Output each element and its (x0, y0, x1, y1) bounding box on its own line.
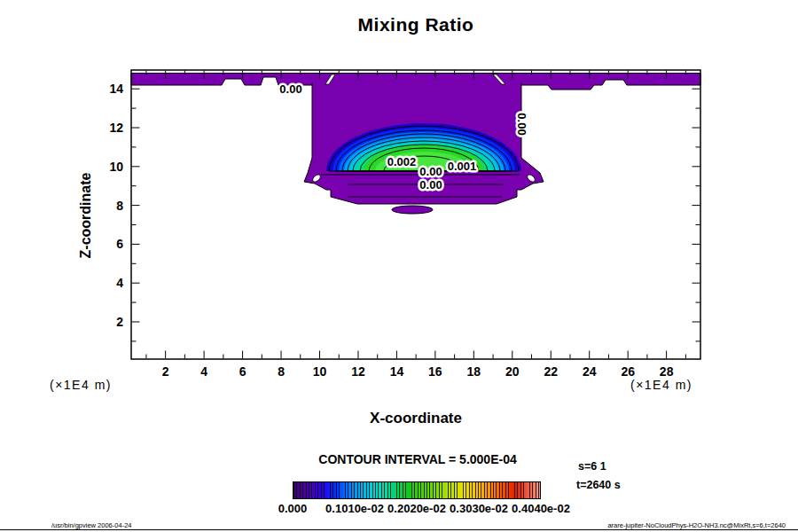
colorbar-label-0: 0.000 (278, 502, 308, 515)
tick-label: 16 (428, 364, 442, 379)
step-annotation: s=6 1 (578, 460, 606, 473)
bottom-rule (0, 529, 798, 530)
tick-label: 2 (162, 364, 169, 379)
footer-datasource: arare-jupiter-NoCloudPhys-H2O-NH3.nc@Mix… (607, 521, 786, 529)
tick-label: 8 (278, 364, 285, 379)
contour-label-0002: 0.002 (387, 155, 417, 168)
tick-label: 18 (467, 364, 481, 379)
colorbar-label-2: 0.2020e-02 (387, 502, 446, 515)
contour-label-0001: 0.001 (448, 160, 477, 173)
footer-command: /usr/bin/gpview 2006-04-24 (51, 521, 131, 529)
contour-label-band: 0.00 (279, 82, 301, 96)
time-annotation: t=2640 s (576, 479, 621, 491)
contour-label-000a: 0.00 (419, 165, 442, 178)
tick-label: 6 (239, 364, 246, 379)
tick-label: 28 (660, 364, 674, 379)
tick-label: 12 (109, 121, 123, 135)
tick-label: 2 (116, 315, 123, 329)
contour-label-vertical: 0.00 (515, 113, 528, 135)
tick-label: 4 (116, 276, 123, 290)
colorbar-label-1: 0.1010e-02 (325, 502, 384, 515)
tick-label: 22 (544, 364, 558, 379)
detached-blob (392, 206, 433, 214)
band-blob-merge (313, 82, 520, 87)
colorbar-label-4: 0.4040e-02 (512, 502, 570, 515)
colorbar-label-3: 0.3030e-02 (450, 502, 508, 515)
tick-label: 14 (109, 82, 123, 96)
y-axis-unit: (×1E4 m) (50, 378, 112, 392)
colorbar (293, 481, 541, 499)
tick-label: 4 (200, 364, 207, 379)
tick-label: 20 (505, 364, 520, 379)
x-axis-title: X-coordinate (131, 410, 700, 427)
tick-label: 6 (116, 237, 123, 251)
tick-label: 10 (109, 160, 123, 174)
tick-label: 26 (621, 364, 635, 379)
contour-interval-text: CONTOUR INTERVAL = 5.000E-04 (293, 452, 543, 466)
tick-label: 10 (313, 364, 327, 379)
tick-label: 8 (116, 199, 123, 213)
tick-label: 24 (583, 364, 597, 379)
x-axis-unit: (×1E4 m) (630, 378, 692, 392)
gpview-plot-canvas: Mixing Ratio (0, 0, 798, 532)
tick-label: 12 (351, 364, 365, 379)
contour-label-000b: 0.00 (419, 178, 442, 192)
tick-label: 14 (390, 364, 404, 379)
